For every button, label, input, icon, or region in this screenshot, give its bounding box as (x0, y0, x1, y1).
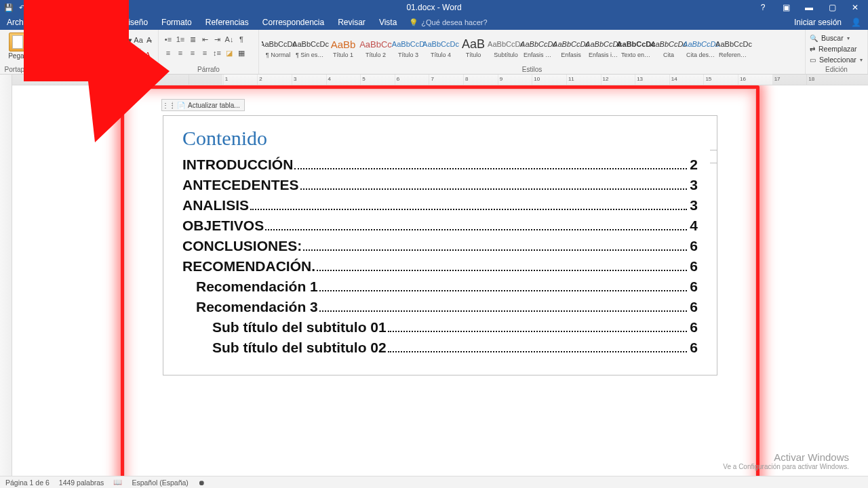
tab-revisar[interactable]: Revisar (331, 15, 372, 30)
subscript-icon[interactable]: x₂ (91, 48, 103, 60)
toc-entry-page: 3 (690, 177, 698, 193)
clear-formatting-icon[interactable]: A̶ (144, 34, 154, 46)
increase-indent-icon[interactable]: ⇥ (212, 34, 222, 45)
font-size-combo[interactable]: 22 ▾ (93, 34, 111, 46)
toc-entry[interactable]: OBJETIVOS 4 (182, 218, 698, 234)
style-tile[interactable]: AaBbCcDcReferencia... (717, 33, 750, 64)
tab-formato[interactable]: Formato (155, 15, 199, 30)
style-tile[interactable]: AaBbCcDcÉnfasis sutil (522, 33, 555, 64)
style-tile[interactable]: AaBbCcDcÉnfasis int... (587, 33, 620, 64)
share-button[interactable]: 👤 (851, 18, 861, 27)
borders-icon[interactable]: ▦ (236, 47, 247, 58)
toc-entry[interactable]: ANTECEDENTES 3 (182, 177, 698, 193)
align-center-icon[interactable]: ≡ (175, 47, 186, 58)
toc-entry-text: OBJETIVOS (182, 218, 264, 234)
style-tile[interactable]: AaBbCcDcTítulo 4 (425, 33, 457, 64)
toc-entry[interactable]: ANALISIS 3 (182, 197, 698, 214)
multilevel-icon[interactable]: ≣ (187, 34, 198, 45)
font-color-icon[interactable]: A (142, 48, 154, 60)
toc-entry[interactable]: Recomendación 1 6 (182, 279, 698, 295)
undo-icon[interactable]: ↶ (19, 3, 25, 12)
status-language[interactable]: Español (España) (132, 479, 188, 487)
redo-icon[interactable]: ↷ (31, 3, 37, 12)
toc-entry[interactable]: CONCLUSIONES: 6 (182, 238, 698, 254)
highlight-icon[interactable]: ✎ (129, 48, 141, 60)
shrink-font-icon[interactable]: A▾ (123, 34, 132, 46)
workspace: 123456789101112131415161718 ⋮⋮ Actualiza… (0, 75, 868, 476)
style-tile[interactable]: AaBbCcDTítulo 3 (392, 33, 425, 64)
close-icon[interactable]: ✕ (845, 0, 865, 15)
bullets-icon[interactable]: •≡ (163, 34, 174, 45)
toc-entry-text: CONCLUSIONES: (182, 238, 302, 254)
tab-diseno[interactable]: Diseño (116, 15, 155, 30)
replace-button[interactable]: Reemplazar (810, 43, 863, 54)
toc-entry[interactable]: Sub título del subtitulo 01 6 (182, 319, 698, 336)
tell-me-search[interactable]: ¿Qué desea hacer? (409, 15, 487, 30)
sign-in-link[interactable]: Iniciar sesión (794, 18, 842, 27)
align-right-icon[interactable]: ≡ (187, 47, 198, 58)
styles-gallery[interactable]: AaBbCcDc¶ NormalAaBbCcDc¶ Sin espa...AaB… (262, 33, 802, 65)
toc-field-handle[interactable]: ⋮⋮ Actualizar tabla... (161, 99, 245, 111)
group-label-styles: Estilos (259, 66, 805, 73)
update-table-button[interactable]: Actualizar tabla... (173, 102, 244, 109)
status-word-count[interactable]: 1449 palabras (59, 479, 104, 487)
style-tile[interactable]: AaBbCcDcCita desta... (685, 33, 717, 64)
ribbon-display-options-icon[interactable]: ▣ (776, 0, 796, 15)
tab-vista[interactable]: Vista (372, 15, 403, 30)
strikethrough-icon[interactable]: abc (78, 48, 90, 60)
style-tile[interactable]: AaBbCcDc¶ Normal (262, 33, 294, 64)
macro-record-icon[interactable]: ⏺ (198, 479, 205, 487)
style-tile[interactable]: AaBbCcTítulo 2 (359, 33, 392, 64)
tab-insertar[interactable]: Insertar (75, 15, 116, 30)
style-tile[interactable]: AaBbCcDcCita (652, 33, 685, 64)
superscript-icon[interactable]: x² (103, 48, 115, 60)
tab-inicio[interactable]: Inicio (42, 15, 75, 30)
toc-entry[interactable]: INTRODUCCIÓN 2 (182, 157, 698, 173)
italic-icon[interactable]: K (52, 48, 64, 60)
sort-icon[interactable]: A↓ (224, 34, 235, 45)
toc-entry-page: 3 (690, 197, 698, 214)
maximize-icon[interactable]: ▢ (822, 0, 842, 15)
line-spacing-icon[interactable]: ↕≡ (212, 47, 222, 58)
horizontal-ruler[interactable]: 123456789101112131415161718 (12, 75, 868, 85)
style-tile[interactable]: AaBbTítulo 1 (327, 33, 359, 64)
tab-referencias[interactable]: Referencias (199, 15, 256, 30)
toc-grip-icon[interactable]: ⋮⋮ (162, 102, 173, 109)
style-tile[interactable]: AaBbCcDcÉnfasis (555, 33, 587, 64)
underline-icon[interactable]: S (65, 48, 77, 60)
numbering-icon[interactable]: 1≡ (175, 34, 186, 45)
toc-entry[interactable]: RECOMENDACIÓN. 6 (182, 258, 698, 274)
style-tile[interactable]: AaBbCcDcTexto en n... (620, 33, 652, 64)
tab-archivo[interactable]: Archivo (0, 15, 42, 30)
tab-correspondencia[interactable]: Correspondencia (256, 15, 331, 30)
font-name-combo[interactable]: Calibri Light (T ▾ (39, 34, 92, 46)
grow-font-icon[interactable]: A▴ (112, 34, 121, 46)
shading-icon[interactable]: ◪ (224, 47, 235, 58)
style-tile[interactable]: AaBbCcDcSubtítulo (490, 33, 522, 64)
select-button[interactable]: Seleccionar ▾ (810, 54, 863, 65)
align-left-icon[interactable]: ≡ (163, 47, 174, 58)
decrease-indent-icon[interactable]: ⇤ (199, 34, 210, 45)
style-tile[interactable]: AaBTítulo (457, 33, 490, 64)
toc-entry[interactable]: Sub título del subtitulo 02 6 (182, 340, 698, 356)
vertical-ruler[interactable] (0, 75, 12, 476)
paste-button[interactable]: Pegar (4, 33, 31, 60)
show-marks-icon[interactable]: ¶ (236, 34, 247, 45)
qat-customize-icon[interactable]: ▾ (42, 3, 46, 12)
bold-icon[interactable]: N (39, 48, 52, 60)
style-tile[interactable]: AaBbCcDc¶ Sin espa... (294, 33, 327, 64)
justify-icon[interactable]: ≡ (199, 47, 210, 58)
toc-entry[interactable]: Recomendación 3 6 (182, 299, 698, 315)
minimize-icon[interactable]: ▬ (799, 0, 819, 15)
change-case-icon[interactable]: Aa (134, 34, 143, 46)
save-icon[interactable]: 💾 (4, 3, 14, 12)
find-button[interactable]: Buscar ▾ (810, 33, 863, 43)
status-page[interactable]: Página 1 de 6 (5, 479, 50, 487)
help-icon[interactable]: ? (753, 0, 773, 15)
table-of-contents[interactable]: Contenido INTRODUCCIÓN 2ANTECEDENTES 3AN… (163, 115, 717, 375)
group-label-paragraph: Párrafo (159, 66, 258, 73)
toc-entry-page: 6 (690, 319, 698, 336)
document-page[interactable]: ⋮⋮ Actualizar tabla... Contenido INTRODU… (125, 89, 755, 476)
text-effects-icon[interactable]: A (116, 48, 128, 60)
proofing-icon[interactable]: 📖 (113, 478, 122, 487)
